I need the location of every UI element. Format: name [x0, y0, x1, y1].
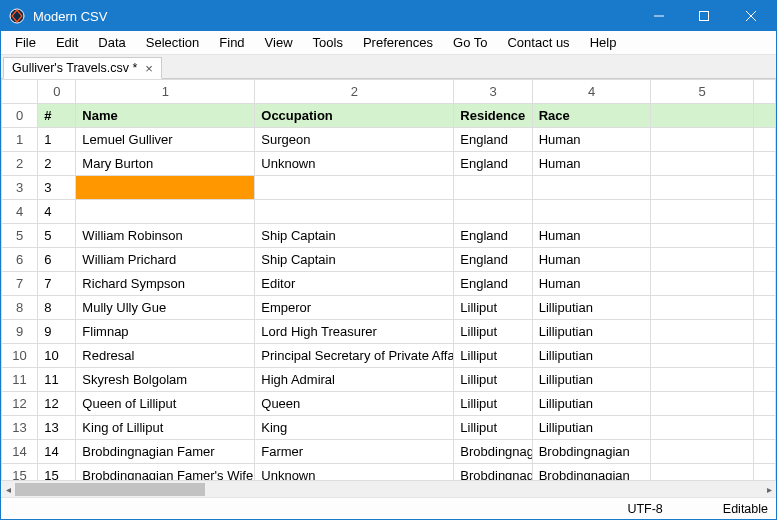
cell[interactable]	[651, 464, 754, 481]
cell[interactable]	[753, 440, 775, 464]
titlebar[interactable]: Modern CSV	[1, 1, 776, 31]
cell[interactable]	[753, 320, 775, 344]
cell[interactable]	[753, 176, 775, 200]
cell[interactable]: Unknown	[255, 152, 454, 176]
cell[interactable]: Human	[532, 272, 651, 296]
cell[interactable]: Skyresh Bolgolam	[76, 368, 255, 392]
cell[interactable]: King of Lilliput	[76, 416, 255, 440]
cell[interactable]: Flimnap	[76, 320, 255, 344]
cell[interactable]	[651, 272, 754, 296]
menu-preferences[interactable]: Preferences	[353, 32, 443, 53]
maximize-button[interactable]	[681, 1, 726, 31]
cell[interactable]	[651, 176, 754, 200]
cell[interactable]	[651, 368, 754, 392]
cell[interactable]	[651, 200, 754, 224]
menu-help[interactable]: Help	[580, 32, 627, 53]
cell[interactable]: 13	[38, 416, 76, 440]
menu-file[interactable]: File	[5, 32, 46, 53]
row-header[interactable]: 4	[2, 200, 38, 224]
cell[interactable]: Queen	[255, 392, 454, 416]
col-header[interactable]: 5	[651, 80, 754, 104]
cell[interactable]	[753, 272, 775, 296]
row-header[interactable]: 7	[2, 272, 38, 296]
cell[interactable]: England	[454, 248, 532, 272]
cell[interactable]	[753, 464, 775, 481]
cell[interactable]	[651, 128, 754, 152]
cell[interactable]: Human	[532, 128, 651, 152]
cell[interactable]	[651, 248, 754, 272]
cell[interactable]: Lilliput	[454, 296, 532, 320]
cell[interactable]: Mully Ully Gue	[76, 296, 255, 320]
row-header[interactable]: 12	[2, 392, 38, 416]
col-header[interactable]: 4	[532, 80, 651, 104]
cell[interactable]: Brobdingnagian	[532, 464, 651, 481]
cell[interactable]: Richard Sympson	[76, 272, 255, 296]
cell[interactable]	[651, 440, 754, 464]
cell[interactable]: Mary Burton	[76, 152, 255, 176]
file-tab[interactable]: Gulliver's Travels.csv * ×	[3, 57, 162, 79]
cell[interactable]: Emperor	[255, 296, 454, 320]
menu-selection[interactable]: Selection	[136, 32, 209, 53]
status-encoding[interactable]: UTF-8	[627, 502, 662, 516]
row-header[interactable]: 8	[2, 296, 38, 320]
cell[interactable]: Brobdingnagian Famer	[76, 440, 255, 464]
cell[interactable]	[76, 176, 255, 200]
cell[interactable]	[255, 176, 454, 200]
cell[interactable]: 9	[38, 320, 76, 344]
cell[interactable]	[454, 176, 532, 200]
cell[interactable]	[753, 248, 775, 272]
cell[interactable]	[651, 224, 754, 248]
row-header[interactable]: 3	[2, 176, 38, 200]
cell[interactable]: Lord High Treasurer	[255, 320, 454, 344]
cell[interactable]: Brobdingnag	[454, 440, 532, 464]
cell[interactable]: 4	[38, 200, 76, 224]
close-button[interactable]	[726, 1, 776, 31]
corner-cell[interactable]	[2, 80, 38, 104]
cell[interactable]: Lilliput	[454, 368, 532, 392]
cell[interactable]: William Robinson	[76, 224, 255, 248]
cell[interactable]: Race	[532, 104, 651, 128]
cell[interactable]: Editor	[255, 272, 454, 296]
cell[interactable]	[753, 200, 775, 224]
col-header[interactable]: 1	[76, 80, 255, 104]
cell[interactable]: Unknown	[255, 464, 454, 481]
cell[interactable]	[651, 344, 754, 368]
row-header[interactable]: 15	[2, 464, 38, 481]
cell[interactable]	[651, 152, 754, 176]
cell[interactable]: William Prichard	[76, 248, 255, 272]
cell[interactable]: Lilliputian	[532, 344, 651, 368]
cell[interactable]: Brobdingnagian Famer's Wife	[76, 464, 255, 481]
cell[interactable]	[651, 416, 754, 440]
row-header[interactable]: 0	[2, 104, 38, 128]
row-header[interactable]: 5	[2, 224, 38, 248]
row-header[interactable]: 14	[2, 440, 38, 464]
cell[interactable]: Lilliputian	[532, 296, 651, 320]
cell[interactable]: Lemuel Gulliver	[76, 128, 255, 152]
menu-go-to[interactable]: Go To	[443, 32, 497, 53]
cell[interactable]: King	[255, 416, 454, 440]
cell[interactable]: Lilliputian	[532, 368, 651, 392]
col-header[interactable]: 0	[38, 80, 76, 104]
cell[interactable]: 3	[38, 176, 76, 200]
cell[interactable]: Queen of Lilliput	[76, 392, 255, 416]
cell[interactable]: 2	[38, 152, 76, 176]
row-header[interactable]: 2	[2, 152, 38, 176]
cell[interactable]: Lilliputian	[532, 392, 651, 416]
cell[interactable]: England	[454, 224, 532, 248]
row-header[interactable]: 11	[2, 368, 38, 392]
cell[interactable]: Brobdingnag	[454, 464, 532, 481]
cell[interactable]: 14	[38, 440, 76, 464]
menu-edit[interactable]: Edit	[46, 32, 88, 53]
cell[interactable]: Ship Captain	[255, 248, 454, 272]
cell[interactable]: Lilliput	[454, 344, 532, 368]
cell[interactable]	[255, 200, 454, 224]
cell[interactable]: Brobdingnagian	[532, 440, 651, 464]
row-header[interactable]: 6	[2, 248, 38, 272]
cell[interactable]: 1	[38, 128, 76, 152]
cell[interactable]: Farmer	[255, 440, 454, 464]
cell[interactable]: 15	[38, 464, 76, 481]
spreadsheet-grid[interactable]: 012345 0#NameOccupationResidenceRace11Le…	[1, 79, 776, 480]
cell[interactable]: #	[38, 104, 76, 128]
cell[interactable]: Lilliput	[454, 320, 532, 344]
cell[interactable]	[753, 128, 775, 152]
